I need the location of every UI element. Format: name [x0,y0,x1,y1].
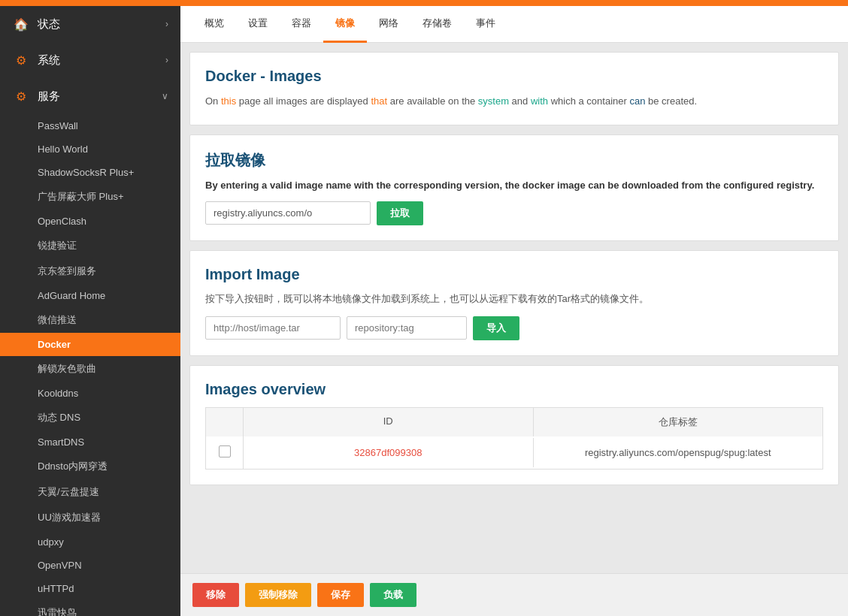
bottom-bar: 移除 强制移除 保存 负载 [180,573,848,616]
tab-storage[interactable]: 存储卷 [410,6,464,43]
sidebar-item-music[interactable]: 解锁灰色歌曲 [0,356,180,382]
sidebar-section-status[interactable]: 🏠 状态 › [0,6,180,42]
pull-image-input[interactable] [205,201,371,225]
chevron-right-icon-2: › [165,55,168,65]
import-repo-input[interactable] [347,316,467,340]
pull-input-row: 拉取 [205,201,823,225]
info-highlight-3: system [478,95,509,107]
sidebar-item-jd[interactable]: 京东签到服务 [0,258,180,284]
sidebar-label-system: 系统 [38,53,165,68]
gear-icon: ⚙ [12,51,30,69]
images-overview-title: Images overview [205,381,823,398]
page-header-section: Docker - Images On this page all images … [189,52,839,125]
table-cell-tag: registry.aliyuncs.com/openspug/spug:late… [534,438,823,467]
tab-settings[interactable]: 设置 [236,6,280,43]
sidebar-item-tianyi[interactable]: 天翼/云盘提速 [0,479,180,505]
chevron-down-icon: ∨ [162,91,168,101]
main-layout: 🏠 状态 › ⚙ 系统 › ⚙ 服务 ∨ PassWall Hello Worl… [0,6,848,616]
page-title: Docker - Images [205,68,823,85]
pull-image-section: 拉取镜像 By entering a valid image name with… [189,134,839,241]
info-highlight-2: that [371,95,387,107]
info-text: On this page all images are displayed th… [205,94,823,110]
table-col-checkbox [206,408,244,436]
sidebar-item-openvpn[interactable]: OpenVPN [0,554,180,577]
sidebar-label-services: 服务 [38,89,162,104]
sidebar-item-thunder[interactable]: 迅雷快鸟 [0,600,180,616]
force-remove-button[interactable]: 强制移除 [245,583,311,607]
sidebar-section-system[interactable]: ⚙ 系统 › [0,42,180,78]
tab-containers[interactable]: 容器 [280,6,323,43]
tabs-bar: 概览 设置 容器 镜像 网络 存储卷 事件 [180,6,848,43]
sidebar-item-adblock[interactable]: 广告屏蔽大师 Plus+ [0,184,180,210]
sidebar-item-uu[interactable]: UU游戏加速器 [0,505,180,530]
tab-events[interactable]: 事件 [464,6,507,43]
image-id-link[interactable]: 32867df099308 [354,447,422,458]
remove-button[interactable]: 移除 [192,583,239,607]
import-image-section: Import Image 按下导入按钮时，既可以将本地镜像文件加载到系统上，也可… [189,250,839,356]
info-highlight-4: with [531,95,548,107]
sidebar-item-helloworld[interactable]: Hello World [0,137,180,161]
sidebar-item-adguard[interactable]: AdGuard Home [0,284,180,307]
import-input-row: 导入 [205,316,823,340]
pull-button[interactable]: 拉取 [377,201,423,225]
sidebar-item-smartdns[interactable]: SmartDNS [0,430,180,454]
tab-overview[interactable]: 概览 [192,6,236,43]
content-area: 概览 设置 容器 镜像 网络 存储卷 事件 Docker - Images On… [180,6,848,616]
table-col-tag: 仓库标签 [534,408,823,436]
table-cell-id: 32867df099308 [244,438,534,467]
sidebar-section-services[interactable]: ⚙ 服务 ∨ [0,78,180,114]
table-col-id: ID [244,408,534,436]
info-highlight-5: can [629,95,645,107]
sidebar-item-dynamicdns[interactable]: 动态 DNS [0,405,180,430]
import-section-title: Import Image [205,266,823,283]
sidebar-item-koolddns[interactable]: Koolddns [0,382,180,405]
sidebar-item-udpxy[interactable]: udpxy [0,530,180,554]
import-desc: 按下导入按钮时，既可以将本地镜像文件加载到系统上，也可以从远程下载有效的Tar格… [205,292,823,306]
sidebar-item-quickverify[interactable]: 锐捷验证 [0,233,180,258]
sidebar-label-status: 状态 [38,17,165,32]
pull-desc: By entering a valid image name with the … [205,180,823,191]
gear-icon-2: ⚙ [12,87,30,105]
sidebar: 🏠 状态 › ⚙ 系统 › ⚙ 服务 ∨ PassWall Hello Worl… [0,6,180,616]
load-button[interactable]: 负载 [370,583,416,607]
table-cell-checkbox[interactable] [206,436,244,469]
sidebar-item-docker[interactable]: Docker [0,333,180,356]
sidebar-item-passwall[interactable]: PassWall [0,114,180,137]
top-bar [0,0,848,6]
tab-images[interactable]: 镜像 [323,6,367,43]
sidebar-item-shadowsocksr[interactable]: ShadowSocksR Plus+ [0,161,180,184]
chevron-right-icon: › [165,19,168,29]
sidebar-item-ddnsto[interactable]: Ddnsto内网穿透 [0,454,180,479]
sidebar-item-openclash[interactable]: OpenClash [0,210,180,233]
import-url-input[interactable] [205,316,341,340]
row-checkbox[interactable] [219,445,231,457]
save-button[interactable]: 保存 [317,583,364,607]
import-button[interactable]: 导入 [473,316,519,340]
info-highlight-1: this [221,95,236,107]
images-overview-section: Images overview ID 仓库标签 32867df099308 re… [189,365,839,485]
sidebar-item-wechat[interactable]: 微信推送 [0,307,180,333]
content-scroll: Docker - Images On this page all images … [180,43,848,573]
pull-section-title: 拉取镜像 [205,150,823,171]
table-row: 32867df099308 registry.aliyuncs.com/open… [205,436,823,470]
table-header: ID 仓库标签 [205,407,823,436]
tab-network[interactable]: 网络 [367,6,410,43]
sidebar-item-uhttpd[interactable]: uHTTPd [0,577,180,600]
home-icon: 🏠 [12,15,30,33]
